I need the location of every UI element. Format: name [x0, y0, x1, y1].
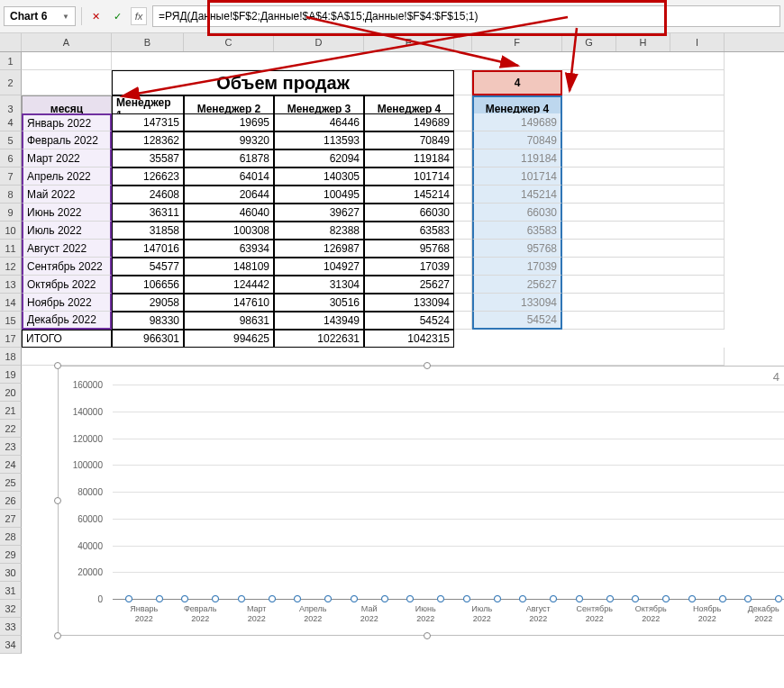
- cell[interactable]: [454, 204, 472, 222]
- dynamic-data-cell[interactable]: 133094: [472, 294, 562, 312]
- resize-handle[interactable]: [424, 362, 431, 369]
- data-cell[interactable]: 119184: [364, 149, 454, 167]
- data-cell[interactable]: 54577: [112, 258, 184, 276]
- chevron-down-icon[interactable]: ▼: [62, 13, 69, 21]
- data-cell[interactable]: 19695: [184, 113, 274, 131]
- dynamic-data-cell[interactable]: 149689: [472, 113, 562, 131]
- data-cell[interactable]: 98330: [112, 312, 184, 330]
- month-cell[interactable]: Февраль 2022: [22, 131, 112, 149]
- data-cell[interactable]: 147315: [112, 113, 184, 131]
- cell[interactable]: [112, 52, 725, 70]
- row-header[interactable]: 32: [0, 600, 22, 618]
- cell[interactable]: [454, 70, 472, 95]
- row-header[interactable]: 15: [0, 312, 22, 330]
- cell[interactable]: [454, 330, 725, 348]
- cell[interactable]: [22, 636, 725, 654]
- row-header[interactable]: 21: [0, 402, 22, 420]
- data-cell[interactable]: 126987: [274, 240, 364, 258]
- cell[interactable]: [454, 240, 472, 258]
- data-cell[interactable]: 143949: [274, 312, 364, 330]
- chart-title[interactable]: 4: [773, 370, 779, 384]
- month-cell[interactable]: Август 2022: [22, 240, 112, 258]
- cell[interactable]: [562, 204, 725, 222]
- cell[interactable]: [562, 167, 725, 186]
- data-cell[interactable]: 29058: [112, 294, 184, 312]
- row-header[interactable]: 30: [0, 564, 22, 582]
- data-cell[interactable]: 24608: [112, 186, 184, 204]
- row-header[interactable]: 20: [0, 384, 22, 402]
- row-header[interactable]: 31: [0, 582, 22, 600]
- data-cell[interactable]: 39627: [274, 204, 364, 222]
- month-cell[interactable]: Декабрь 2022: [22, 312, 112, 330]
- cell[interactable]: [562, 222, 725, 240]
- month-cell[interactable]: Май 2022: [22, 186, 112, 204]
- data-cell[interactable]: 148109: [184, 258, 274, 276]
- data-cell[interactable]: 140305: [274, 167, 364, 186]
- month-cell[interactable]: Сентябрь 2022: [22, 258, 112, 276]
- col-header[interactable]: C: [184, 33, 274, 51]
- dynamic-data-cell[interactable]: 95768: [472, 240, 562, 258]
- data-cell[interactable]: 31858: [112, 222, 184, 240]
- row-header[interactable]: 10: [0, 222, 22, 240]
- resize-handle[interactable]: [54, 632, 61, 639]
- cell[interactable]: [22, 52, 112, 70]
- data-cell[interactable]: 62094: [274, 149, 364, 167]
- row-header[interactable]: 22: [0, 420, 22, 438]
- month-cell[interactable]: Апрель 2022: [22, 167, 112, 186]
- data-cell[interactable]: 25627: [364, 276, 454, 294]
- data-cell[interactable]: 100308: [184, 222, 274, 240]
- data-cell[interactable]: 98631: [184, 312, 274, 330]
- col-header[interactable]: H: [616, 33, 670, 51]
- row-header[interactable]: 7: [0, 167, 22, 186]
- data-cell[interactable]: 113593: [274, 131, 364, 149]
- row-header[interactable]: 33: [0, 618, 22, 636]
- dynamic-data-cell[interactable]: 145214: [472, 186, 562, 204]
- col-header[interactable]: B: [112, 33, 184, 51]
- col-header[interactable]: D: [274, 33, 364, 51]
- data-cell[interactable]: 147610: [184, 294, 274, 312]
- data-cell[interactable]: 17039: [364, 258, 454, 276]
- row-header[interactable]: 11: [0, 240, 22, 258]
- data-cell[interactable]: 95768: [364, 240, 454, 258]
- cell[interactable]: [562, 312, 725, 330]
- data-cell[interactable]: 46446: [274, 113, 364, 131]
- data-cell[interactable]: 35587: [112, 149, 184, 167]
- cell[interactable]: [562, 258, 725, 276]
- month-cell[interactable]: Июнь 2022: [22, 204, 112, 222]
- resize-handle[interactable]: [54, 362, 61, 369]
- data-cell[interactable]: 126623: [112, 167, 184, 186]
- chart-y-axis[interactable]: 0200004000060000800001000001200001400001…: [59, 385, 108, 599]
- data-cell[interactable]: 46040: [184, 204, 274, 222]
- dynamic-data-cell[interactable]: 66030: [472, 204, 562, 222]
- dynamic-data-cell[interactable]: 54524: [472, 312, 562, 330]
- row-header[interactable]: 5: [0, 131, 22, 149]
- name-box[interactable]: Chart 6 ▼: [4, 6, 76, 26]
- cell[interactable]: [562, 131, 725, 149]
- col-header[interactable]: F: [472, 33, 562, 51]
- cancel-formula-button[interactable]: ✕: [87, 7, 104, 25]
- row-header[interactable]: 34: [0, 636, 22, 654]
- col-header[interactable]: E: [364, 33, 454, 51]
- data-cell[interactable]: 82388: [274, 222, 364, 240]
- data-cell[interactable]: 63934: [184, 240, 274, 258]
- cell[interactable]: [562, 240, 725, 258]
- row-header[interactable]: 29: [0, 546, 22, 564]
- row-header[interactable]: 13: [0, 276, 22, 294]
- data-cell[interactable]: 100495: [274, 186, 364, 204]
- row-header[interactable]: 18: [0, 348, 22, 366]
- col-header[interactable]: G: [562, 33, 616, 51]
- data-cell[interactable]: 106656: [112, 276, 184, 294]
- dynamic-data-cell[interactable]: 70849: [472, 131, 562, 149]
- chart-object[interactable]: 4 02000040000600008000010000012000014000…: [58, 366, 784, 636]
- row-header[interactable]: 2: [0, 70, 22, 95]
- month-cell[interactable]: Ноябрь 2022: [22, 294, 112, 312]
- data-cell[interactable]: 20644: [184, 186, 274, 204]
- col-header[interactable]: A: [22, 33, 112, 51]
- insert-function-button[interactable]: fx: [131, 7, 147, 25]
- data-cell[interactable]: 124442: [184, 276, 274, 294]
- accept-formula-button[interactable]: ✓: [109, 7, 125, 25]
- formula-input[interactable]: =РЯД(Данные!$F$2;Данные!$A$4:$A$15;Данны…: [152, 5, 780, 27]
- cell[interactable]: [454, 312, 472, 330]
- chart-plot-area[interactable]: [113, 385, 784, 599]
- data-cell[interactable]: 64014: [184, 167, 274, 186]
